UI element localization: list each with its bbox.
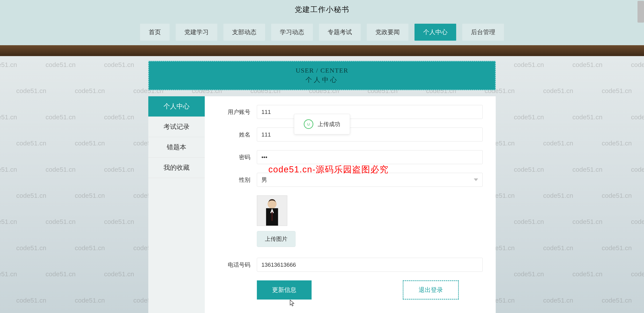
avatar-icon: [257, 196, 287, 226]
svg-rect-4: [272, 212, 273, 221]
app-title: 党建工作小秘书: [295, 5, 349, 15]
top-title-bar: 党建工作小秘书: [0, 0, 644, 19]
phone-label: 电话号码: [218, 261, 257, 269]
chevron-down-icon: [474, 178, 478, 181]
uc-sidebar: 个人中心 考试记录 错题本 我的收藏: [148, 96, 205, 313]
nav-home[interactable]: 首页: [140, 24, 170, 41]
uc-header-cn: 个人中心: [149, 75, 495, 84]
update-info-button[interactable]: 更新信息: [257, 280, 312, 299]
phone-input[interactable]: [257, 258, 483, 272]
password-label: 密码: [218, 153, 257, 161]
nav-exam[interactable]: 专题考试: [319, 24, 361, 41]
sidebar-item-exam-record[interactable]: 考试记录: [148, 117, 205, 137]
toast-message: 上传成功: [318, 120, 340, 128]
sidebar-item-favorites[interactable]: 我的收藏: [148, 158, 205, 178]
uc-header-en: USER / CENTER: [149, 67, 495, 74]
password-input[interactable]: [257, 150, 483, 164]
nav-branch[interactable]: 支部动态: [224, 24, 265, 41]
name-label: 姓名: [218, 131, 257, 138]
nav-admin[interactable]: 后台管理: [462, 24, 504, 41]
smile-success-icon: [304, 119, 313, 129]
name-input[interactable]: [257, 128, 483, 142]
sidebar-item-wrong-book[interactable]: 错题本: [148, 137, 205, 158]
account-input[interactable]: [257, 105, 483, 119]
hero-strip: [0, 45, 644, 56]
svg-point-5: [307, 123, 308, 124]
svg-point-6: [309, 123, 310, 124]
main-nav: 首页 党建学习 支部动态 学习动态 专题考试 党政要闻 个人中心 后台管理: [0, 19, 644, 45]
upload-image-button[interactable]: 上传图片: [257, 231, 296, 247]
uc-form: 用户账号 姓名 密码 性别: [205, 96, 496, 313]
sidebar-item-profile[interactable]: 个人中心: [148, 96, 205, 117]
mouse-cursor-icon: [290, 299, 295, 307]
upload-success-toast: 上传成功: [294, 114, 350, 134]
nav-user-center[interactable]: 个人中心: [414, 24, 456, 41]
gender-label: 性别: [218, 176, 257, 184]
watermark-warning-overlay: code51.cn-源码乐园盗图必究: [268, 163, 389, 175]
gender-value: 男: [262, 176, 267, 184]
avatar-preview: [257, 195, 287, 226]
nav-learn-dynamic[interactable]: 学习动态: [271, 24, 313, 41]
svg-point-1: [268, 200, 276, 208]
vertical-scrollbar-thumb[interactable]: [638, 1, 644, 23]
account-label: 用户账号: [218, 108, 257, 116]
logout-button[interactable]: 退出登录: [403, 280, 459, 299]
nav-study[interactable]: 党建学习: [176, 24, 217, 41]
user-center-panel: USER / CENTER 个人中心 个人中心 考试记录 错题本 我的收藏 用户…: [148, 61, 496, 313]
user-center-header: USER / CENTER 个人中心: [148, 61, 496, 90]
nav-news[interactable]: 党政要闻: [367, 24, 408, 41]
